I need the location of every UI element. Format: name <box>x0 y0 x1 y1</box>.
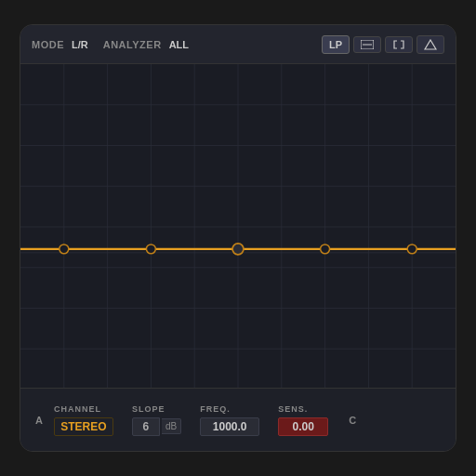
slope-value[interactable]: 6 <box>132 417 160 436</box>
sens-label: SENS. <box>278 404 308 414</box>
sens-value[interactable]: 0.00 <box>278 417 328 436</box>
svg-marker-2 <box>425 40 436 49</box>
svg-point-21 <box>60 245 69 254</box>
analyzer-value[interactable]: ALL <box>169 39 189 50</box>
slope-group: 6 dB <box>132 417 181 436</box>
eq-display[interactable] <box>20 64 456 388</box>
freq-value[interactable]: 1000.0 <box>200 417 259 436</box>
slope-section: SLOPE 6 dB <box>132 404 181 436</box>
band-a-label: A <box>35 415 43 426</box>
channel-label: CHANNEL <box>54 404 101 414</box>
sens-section: SENS. 0.00 <box>278 404 328 436</box>
flatten-button[interactable] <box>353 36 381 53</box>
svg-point-24 <box>321 245 330 254</box>
mode-label: MODE <box>32 39 64 50</box>
svg-point-23 <box>232 244 244 255</box>
svg-point-25 <box>407 245 416 254</box>
c-label: C <box>349 415 356 426</box>
lp-button[interactable]: LP <box>322 35 350 54</box>
eq-grid <box>20 64 456 388</box>
freq-label: FREQ. <box>200 404 231 414</box>
channel-section: CHANNEL STEREO <box>54 404 113 436</box>
slope-label: SLOPE <box>132 404 165 414</box>
top-bar: MODE L/R ANALYZER ALL LP <box>20 25 456 64</box>
mode-value[interactable]: L/R <box>72 39 88 50</box>
toolbar-buttons: LP <box>322 35 444 54</box>
freq-section: FREQ. 1000.0 <box>200 404 259 436</box>
slope-unit: dB <box>162 418 181 434</box>
triangle-button[interactable] <box>416 35 444 54</box>
channel-value[interactable]: STEREO <box>54 417 113 436</box>
analyzer-label: ANALYZER <box>103 39 162 50</box>
bottom-bar: A CHANNEL STEREO SLOPE 6 dB FREQ. 1000.0… <box>20 388 456 451</box>
plugin-window: MODE L/R ANALYZER ALL LP <box>20 24 456 452</box>
svg-point-22 <box>146 245 155 254</box>
bracket-button[interactable] <box>385 36 413 53</box>
